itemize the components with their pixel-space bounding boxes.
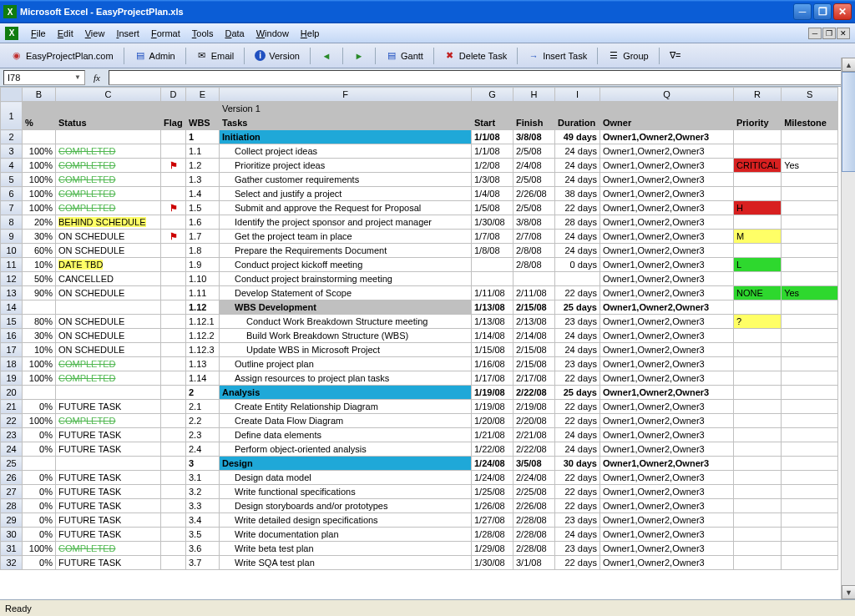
cell-owner[interactable]: Owner1,Owner2,Owner3 (600, 428, 734, 442)
cell-owner[interactable]: Owner1,Owner2,Owner3 (600, 485, 734, 499)
cell-duration[interactable]: 30 days (555, 457, 600, 471)
cell-status[interactable]: COMPLETED (56, 542, 161, 556)
cell-milestone[interactable] (782, 329, 838, 343)
row-header-2[interactable]: 2 (1, 130, 23, 144)
row-header-18[interactable]: 18 (1, 357, 23, 371)
row-header-29[interactable]: 29 (1, 513, 23, 528)
cell-duration[interactable]: 22 days (555, 556, 600, 570)
cell-task[interactable]: Prepare the Requirements Document (220, 244, 472, 258)
row-header-28[interactable]: 28 (1, 499, 23, 513)
cell-owner[interactable]: Owner1,Owner2,Owner3 (600, 159, 734, 173)
cell-task[interactable]: Write documentation plan (220, 528, 472, 542)
cell-start[interactable]: 1/8/08 (472, 244, 514, 258)
cell-priority[interactable] (734, 513, 782, 528)
cell-start[interactable]: 1/30/08 (472, 556, 514, 570)
cell-percent[interactable]: 0% (23, 528, 56, 542)
header-flag[interactable]: Flag (161, 116, 186, 130)
cell-duration[interactable]: 24 days (555, 173, 600, 187)
row-header-20[interactable]: 20 (1, 386, 23, 400)
cell-task[interactable]: Assign resources to project plan tasks (220, 371, 472, 386)
cell-milestone[interactable] (782, 428, 838, 442)
cell-flag[interactable] (161, 485, 186, 499)
menu-insert[interactable]: Insert (110, 27, 145, 40)
cell-status[interactable] (56, 457, 161, 471)
cell-percent[interactable]: 100% (23, 144, 56, 159)
cell-owner[interactable]: Owner1,Owner2,Owner3 (600, 230, 734, 244)
cell-owner[interactable]: Owner1,Owner2,Owner3 (600, 471, 734, 485)
cell-start[interactable]: 1/16/08 (472, 357, 514, 371)
mdi-close[interactable]: ✕ (837, 28, 850, 39)
cell-owner[interactable]: Owner1,Owner2,Owner3 (600, 499, 734, 513)
cell-percent[interactable]: 80% (23, 315, 56, 329)
header-wbs[interactable]: WBS (186, 116, 220, 130)
cell-finish[interactable]: 3/1/08 (514, 556, 555, 570)
cell-owner[interactable]: Owner1,Owner2,Owner3 (600, 244, 734, 258)
row-header-13[interactable]: 13 (1, 286, 23, 300)
cell-finish[interactable]: 2/26/08 (514, 187, 555, 201)
cell-duration[interactable]: 24 days (555, 144, 600, 159)
cell-percent[interactable]: 90% (23, 286, 56, 300)
cell-finish[interactable]: 2/19/08 (514, 400, 555, 414)
cell-priority[interactable] (734, 542, 782, 556)
cell-start[interactable]: 1/19/08 (472, 386, 514, 400)
header-finish[interactable]: Finish (514, 116, 555, 130)
cell-task[interactable]: Submit and approve the Request for Propo… (220, 201, 472, 215)
cell-milestone[interactable] (782, 357, 838, 371)
cell-finish[interactable]: 2/5/08 (514, 201, 555, 215)
cell-finish[interactable] (514, 272, 555, 286)
menu-tools[interactable]: Tools (186, 27, 220, 40)
cell-finish[interactable]: 2/8/08 (514, 258, 555, 272)
cell-flag[interactable] (161, 258, 186, 272)
cell-finish[interactable]: 3/8/08 (514, 130, 555, 144)
cell-duration[interactable]: 49 days (555, 130, 600, 144)
cell-wbs[interactable]: 3.6 (186, 542, 220, 556)
cell-owner[interactable]: Owner1,Owner2,Owner3 (600, 201, 734, 215)
cell-start[interactable]: 1/21/08 (472, 428, 514, 442)
cell-priority[interactable] (734, 343, 782, 357)
cell-start[interactable]: 1/29/08 (472, 542, 514, 556)
cell-wbs[interactable]: 1 (186, 130, 220, 144)
row-header-14[interactable]: 14 (1, 300, 23, 315)
row-header-9[interactable]: 9 (1, 230, 23, 244)
cell-duration[interactable]: 25 days (555, 386, 600, 400)
cell-priority[interactable] (734, 357, 782, 371)
cell-milestone[interactable] (782, 442, 838, 457)
cell-percent[interactable]: 100% (23, 371, 56, 386)
cell-milestone[interactable] (782, 400, 838, 414)
cell-milestone[interactable] (782, 272, 838, 286)
cell-flag[interactable] (161, 343, 186, 357)
cell-priority[interactable] (734, 556, 782, 570)
cell-finish[interactable]: 2/15/08 (514, 357, 555, 371)
cell-start[interactable]: 1/30/08 (472, 215, 514, 230)
cell-owner[interactable]: Owner1,Owner2,Owner3 (600, 315, 734, 329)
cell-percent[interactable]: 0% (23, 499, 56, 513)
cell-milestone[interactable] (782, 528, 838, 542)
cell-status[interactable]: COMPLETED (56, 173, 161, 187)
row-header-3[interactable]: 3 (1, 144, 23, 159)
cell-percent[interactable] (23, 386, 56, 400)
cell-owner[interactable]: Owner1,Owner2,Owner3 (600, 272, 734, 286)
cell-milestone[interactable] (782, 230, 838, 244)
cell-wbs[interactable]: 1.12.1 (186, 315, 220, 329)
cell-finish[interactable]: 3/5/08 (514, 457, 555, 471)
row-header-1[interactable]: 1 (1, 102, 23, 130)
cell-status[interactable]: ON SCHEDULE (56, 230, 161, 244)
cell-owner[interactable]: Owner1,Owner2,Owner3 (600, 286, 734, 300)
menu-edit[interactable]: Edit (52, 27, 79, 40)
cell-status[interactable]: FUTURE TASK (56, 400, 161, 414)
row-header-6[interactable]: 6 (1, 187, 23, 201)
cell-wbs[interactable]: 3.7 (186, 556, 220, 570)
vertical-scrollbar[interactable]: ▲ ▼ (841, 58, 855, 599)
cell-start[interactable]: 1/13/08 (472, 300, 514, 315)
cell-status[interactable]: ON SCHEDULE (56, 329, 161, 343)
cell-duration[interactable]: 22 days (555, 471, 600, 485)
cell-finish[interactable]: 2/11/08 (514, 286, 555, 300)
cell-start[interactable]: 1/24/08 (472, 457, 514, 471)
cell-flag[interactable] (161, 499, 186, 513)
cell-finish[interactable]: 2/14/08 (514, 329, 555, 343)
cell-owner[interactable]: Owner1,Owner2,Owner3 (600, 130, 734, 144)
cell-priority[interactable] (734, 173, 782, 187)
cell-start[interactable]: 1/22/08 (472, 442, 514, 457)
insert-task-button[interactable]: →Insert Task (522, 47, 593, 65)
cell-finish[interactable]: 2/22/08 (514, 386, 555, 400)
